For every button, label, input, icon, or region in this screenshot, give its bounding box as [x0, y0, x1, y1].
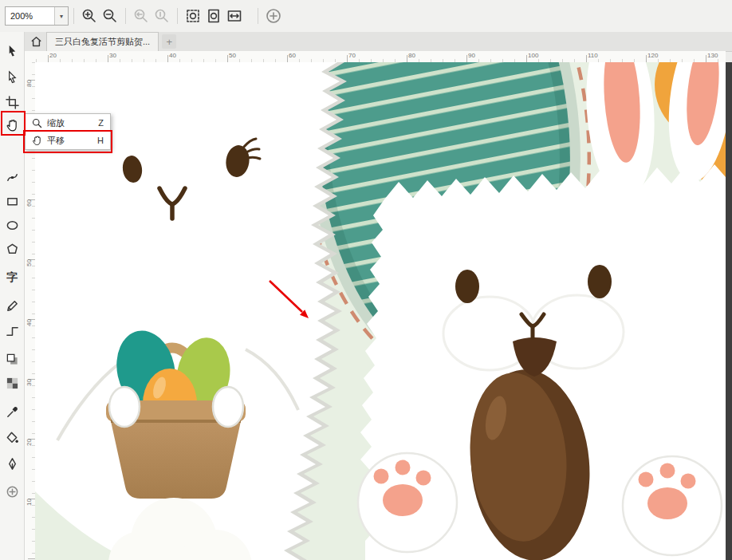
pencil-icon: [6, 299, 19, 313]
plus-circle-icon: [6, 485, 19, 499]
top-toolbar: 200% ▾: [0, 0, 732, 33]
zoom-one-shot-icon: [153, 7, 171, 25]
toolbar-separator: [125, 8, 126, 24]
eyedropper-icon: [6, 405, 19, 419]
new-tab-button[interactable]: +: [162, 34, 176, 49]
rectangle-tool-button[interactable]: [2, 191, 22, 211]
zoom-pan-flyout-menu: 缩放 Z 平移 H: [25, 113, 111, 150]
zoom-previous-button: [131, 6, 152, 26]
zoom-in-button[interactable]: [79, 6, 100, 26]
checkerboard-icon: [6, 377, 19, 390]
eyedropper-tool-button[interactable]: [2, 401, 22, 422]
connector-tool-button[interactable]: [2, 321, 22, 341]
pick-tool-button[interactable]: [2, 40, 22, 61]
document-tab[interactable]: 三只白兔复活节剪贴贺...: [46, 32, 159, 51]
pen-nib-icon: [6, 457, 19, 471]
polygon-icon: [6, 243, 19, 256]
bezier-tool-button[interactable]: [2, 167, 22, 187]
flyout-pan-shortcut: H: [97, 136, 104, 145]
zoom-out-button[interactable]: [100, 6, 120, 26]
shape-tool-button[interactable]: [2, 66, 22, 87]
home-icon: [30, 35, 43, 49]
ellipse-tool-button[interactable]: [2, 215, 22, 235]
chevron-down-icon[interactable]: ▾: [54, 7, 68, 25]
more-tools-button[interactable]: [2, 481, 22, 502]
polygon-tool-button[interactable]: [2, 239, 22, 259]
toolbox: 字: [0, 32, 25, 560]
curve-icon: [6, 171, 19, 184]
magnifier-icon: [30, 116, 43, 129]
document-tab-title: 三只白兔复活节剪贴贺...: [55, 36, 150, 48]
transparency-tool-button[interactable]: [2, 373, 22, 393]
home-button[interactable]: [27, 33, 45, 50]
ruler-horizontal[interactable]: 2030405060708090100110120130: [24, 51, 726, 63]
zoom-in-icon: [81, 7, 98, 25]
pencil-tool-button[interactable]: [2, 295, 22, 316]
shadow-tool-button[interactable]: [2, 349, 22, 369]
zoom-level-dropdown[interactable]: 200% ▾: [5, 6, 69, 26]
text-tool-button[interactable]: 字: [2, 266, 22, 287]
ellipse-icon: [6, 219, 19, 232]
zoom-level-value: 200%: [6, 11, 54, 21]
zoom-to-page-button[interactable]: [203, 6, 224, 26]
pan-tool-button[interactable]: [2, 115, 22, 136]
shadow-icon: [6, 353, 19, 366]
connector-icon: [6, 325, 19, 338]
flyout-zoom-shortcut: Z: [98, 118, 104, 128]
artwork-easter-rabbits: [35, 62, 726, 560]
flyout-zoom-label: 缩放: [47, 117, 98, 129]
zoom-out-icon: [101, 7, 119, 25]
paint-bucket-icon: [6, 431, 19, 444]
rectangle-icon: [6, 195, 19, 208]
flyout-pan-label: 平移: [47, 135, 97, 147]
shape-arrow-icon: [6, 70, 19, 84]
application-window: 200% ▾: [0, 0, 732, 560]
zoom-to-width-icon: [226, 7, 243, 25]
document-tab-bar: 三只白兔复活节剪贴贺... +: [24, 32, 732, 52]
text-tool-glyph: 字: [6, 271, 18, 282]
zoom-previous-icon: [132, 7, 150, 25]
add-button[interactable]: [263, 6, 284, 26]
outline-pen-tool-button[interactable]: [2, 453, 22, 474]
crop-icon: [6, 96, 19, 109]
zoom-to-width-button[interactable]: [224, 6, 245, 26]
hand-icon: [5, 118, 20, 133]
hand-icon: [30, 134, 43, 147]
flyout-zoom-item[interactable]: 缩放 Z: [26, 114, 110, 132]
color-palette-strip[interactable]: [726, 62, 732, 560]
toolbar-separator: [177, 8, 178, 24]
zoom-to-selected-button[interactable]: [183, 6, 203, 26]
toolbar-separator: [258, 8, 258, 24]
zoom-to-page-icon: [205, 7, 222, 25]
fill-tool-button[interactable]: [2, 427, 22, 448]
flyout-pan-item[interactable]: 平移 H: [26, 132, 110, 149]
zoom-to-selected-icon: [184, 7, 202, 25]
crop-tool-button[interactable]: [2, 92, 22, 112]
drawing-canvas[interactable]: [35, 62, 726, 560]
zoom-one-shot-button: [152, 6, 172, 26]
toolbar-separator: [73, 8, 74, 24]
plus-circle-icon: [265, 7, 282, 25]
pick-arrow-icon: [6, 44, 19, 57]
